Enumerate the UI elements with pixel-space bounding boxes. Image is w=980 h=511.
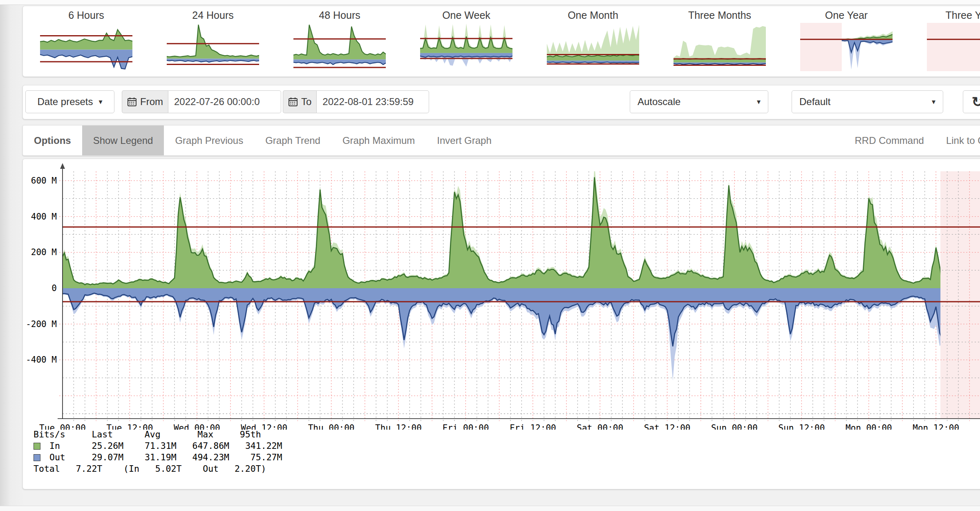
- thumbnail-label: Three Years: [946, 9, 980, 21]
- scale-select-value: Autoscale: [638, 96, 680, 108]
- legend-text: Bits/s Last Avg Max 95th: [34, 429, 261, 440]
- calendar-icon: [127, 97, 137, 107]
- legend-swatch-in: [34, 443, 40, 450]
- legend-swatch-out: [34, 454, 40, 461]
- chevron-down-icon: ▾: [932, 97, 935, 106]
- svg-text:Mon 00:00: Mon 00:00: [846, 423, 892, 430]
- thumbnail-chart: [547, 23, 639, 71]
- to-addon: To: [283, 90, 316, 113]
- svg-text:Sun 12:00: Sun 12:00: [779, 423, 825, 430]
- from-date-input[interactable]: 2022-07-26 00:00:0: [168, 90, 281, 113]
- svg-text:0: 0: [51, 283, 57, 293]
- thumbnail-6-hours[interactable]: 6 Hours: [23, 6, 150, 76]
- main-graph-card: 600 M400 M200 M0-200 M-400 MTue 00:00Tue…: [22, 159, 980, 489]
- from-date-group: From 2022-07-26 00:00:0: [122, 90, 281, 113]
- svg-text:Thu 00:00: Thu 00:00: [308, 423, 355, 430]
- tab-graph-maximum[interactable]: Graph Maximum: [331, 126, 426, 155]
- svg-text:Fri 00:00: Fri 00:00: [443, 423, 489, 430]
- from-addon: From: [122, 90, 168, 113]
- legend-text: Out 29.07M 31.19M 494.23M 75.27M: [44, 452, 282, 463]
- svg-text:Thu 12:00: Thu 12:00: [375, 423, 422, 430]
- thumbnail-one-year[interactable]: One Year: [783, 6, 910, 76]
- thumbnail-chart: [293, 23, 386, 71]
- svg-text:-400 M: -400 M: [26, 355, 57, 365]
- navbar-bottom-edge: [0, 0, 980, 5]
- thumbnail-three-months[interactable]: Three Months: [656, 6, 783, 76]
- tabbar-spacer: [503, 126, 844, 155]
- to-label: To: [301, 96, 311, 108]
- graph-style-select[interactable]: Default ▾: [792, 90, 943, 113]
- traffic-graph[interactable]: 600 M400 M200 M0-200 M-400 MTue 00:00Tue…: [23, 163, 980, 430]
- librenms-graph-page: { "controls": { "date_presets_label": "D…: [0, 0, 980, 511]
- svg-text:600 M: 600 M: [31, 176, 57, 186]
- svg-text:Sun 00:00: Sun 00:00: [711, 423, 758, 430]
- svg-text:Fri 12:00: Fri 12:00: [510, 423, 556, 430]
- svg-text:400 M: 400 M: [31, 212, 57, 222]
- svg-text:Sat 00:00: Sat 00:00: [577, 423, 623, 430]
- legend-text: Total 7.22T (In 5.02T Out 2.20T): [34, 463, 266, 475]
- thumbnail-chart: [927, 23, 980, 71]
- thumbnail-label: 24 Hours: [192, 9, 233, 21]
- tab-graph-trend[interactable]: Graph Trend: [254, 126, 331, 155]
- thumbnail-label: 6 Hours: [68, 9, 104, 21]
- to-date-input[interactable]: 2022-08-01 23:59:59: [316, 90, 429, 113]
- thumbnail-chart: [673, 23, 766, 71]
- thumbnail-label: One Year: [825, 9, 868, 21]
- timeframe-thumbnails-card: 6 Hours24 Hours48 HoursOne WeekOne Month…: [22, 6, 980, 77]
- thumbnail-three-years[interactable]: Three Years: [910, 6, 980, 76]
- svg-text:-200 M: -200 M: [26, 319, 57, 329]
- scale-select[interactable]: Autoscale ▾: [630, 90, 768, 113]
- thumbnail-label: 48 Hours: [319, 9, 360, 21]
- graph-options-bar: OptionsShow LegendGraph PreviousGraph Tr…: [22, 125, 980, 156]
- chevron-down-icon: ▾: [757, 97, 761, 106]
- thumbnail-chart: [800, 23, 893, 71]
- graph-controls-card: Date presets ▾ From 2022-07-26 00:00:0: [22, 85, 980, 119]
- legend-text: In 25.26M 71.31M 647.86M 341.22M: [44, 440, 282, 452]
- thumbnail-chart: [40, 23, 132, 71]
- svg-text:Sat 12:00: Sat 12:00: [644, 423, 691, 430]
- graph-style-select-value: Default: [799, 96, 830, 108]
- thumbnail-chart: [167, 23, 259, 71]
- calendar-icon: [288, 97, 298, 107]
- thumbnail-label: One Month: [568, 9, 618, 21]
- tab-invert-graph[interactable]: Invert Graph: [426, 126, 502, 155]
- date-presets-label: Date presets: [37, 96, 93, 108]
- svg-text:200 M: 200 M: [31, 247, 57, 257]
- tab-rrd-command[interactable]: RRD Command: [844, 126, 935, 155]
- thumbnail-chart: [420, 23, 512, 71]
- legend-row: Total 7.22T (In 5.02T Out 2.20T): [34, 463, 282, 475]
- thumbnail-one-month[interactable]: One Month: [530, 6, 656, 76]
- refresh-icon: ↻: [972, 94, 980, 110]
- graph-legend: Bits/s Last Avg Max 95th In 25.26M 71.31…: [34, 429, 282, 475]
- tab-link-to-graph[interactable]: Link to Graph: [935, 126, 980, 155]
- tab-graph-previous[interactable]: Graph Previous: [164, 126, 254, 155]
- from-label: From: [140, 96, 163, 108]
- legend-row: In 25.26M 71.31M 647.86M 341.22M: [34, 440, 282, 452]
- legend-row: Out 29.07M 31.19M 494.23M 75.27M: [34, 452, 282, 463]
- thumbnail-one-week[interactable]: One Week: [403, 6, 530, 76]
- thumbnail-label: One Week: [442, 9, 490, 21]
- svg-text:Mon 12:00: Mon 12:00: [913, 423, 959, 430]
- legend-row: Bits/s Last Avg Max 95th: [34, 429, 282, 440]
- chevron-down-icon: ▾: [99, 97, 103, 106]
- refresh-button[interactable]: ↻: [963, 90, 980, 113]
- tab-options[interactable]: Options: [23, 126, 82, 155]
- to-date-group: To 2022-08-01 23:59:59: [283, 90, 429, 113]
- tab-show-legend[interactable]: Show Legend: [82, 126, 164, 155]
- page-bottom-edge: [0, 506, 980, 511]
- thumbnail-24-hours[interactable]: 24 Hours: [150, 6, 276, 76]
- date-presets-button[interactable]: Date presets ▾: [25, 90, 114, 113]
- thumbnail-48-hours[interactable]: 48 Hours: [276, 6, 403, 76]
- thumbnail-label: Three Months: [688, 9, 751, 21]
